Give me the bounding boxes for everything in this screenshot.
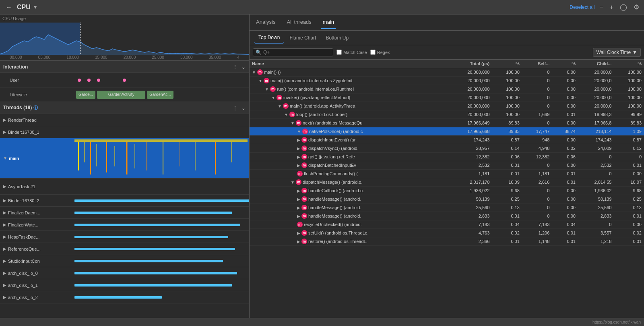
table-cell-self: 0: [522, 187, 552, 195]
back-button[interactable]: ←: [3, 2, 14, 12]
thread-label-asynctask: ▶ AsyncTask #1: [0, 184, 74, 189]
wall-clock-dropdown[interactable]: Wall Clock Time ▼: [593, 48, 641, 57]
user-dot-1: [78, 79, 81, 82]
thread-expand-icon[interactable]: ▶: [3, 184, 6, 189]
threads-more-icon[interactable]: ⋮: [232, 105, 238, 111]
row-expand-icon[interactable]: ▼: [265, 87, 269, 91]
thread-chart-main: [74, 138, 249, 178]
row-expand-icon[interactable]: ▼: [297, 129, 301, 134]
table-row[interactable]: ▼mnativePollOnce() (android.c17,965,6688…: [250, 127, 644, 136]
time-label-0: 00.000: [10, 55, 22, 60]
tab-top-down[interactable]: Top Down: [254, 32, 284, 44]
tab-main[interactable]: main: [321, 16, 336, 29]
table-row[interactable]: ▼mdispatchMessage() (android.o.2,017,170…: [250, 178, 644, 187]
threads-collapse-icon[interactable]: ⌄: [241, 105, 246, 111]
table-row[interactable]: ▶mhandleCallback() (android.o.1,936,0229…: [250, 187, 644, 195]
table-row[interactable]: ▶mhandleMessage() (android.50,1390.2500.…: [250, 195, 644, 203]
table-container: Name Total (μs) % Self... % Child... % ▼…: [250, 60, 644, 318]
row-expand-icon[interactable]: ▼: [252, 70, 256, 75]
row-expand-icon[interactable]: ▶: [297, 146, 300, 151]
table-row[interactable]: ▶mhandleMessage() (android.2,8330.0100.0…: [250, 212, 644, 220]
row-expand-icon[interactable]: ▶: [297, 189, 300, 193]
time-axis: 00.000 05.000 10.000 15.000 20.000 25.00…: [0, 55, 249, 60]
search-input[interactable]: [263, 50, 324, 55]
table-row[interactable]: ▶mdispatchVsync() (android.28,9570.144,9…: [250, 144, 644, 153]
settings-icon[interactable]: ⚙: [632, 2, 641, 12]
table-row[interactable]: ▶msetUid() (android.os.ThreadLo.4,7630.0…: [250, 229, 644, 237]
table-cell-name: ▶mhandleCallback() (android.o.: [250, 187, 448, 195]
thread-expand-icon[interactable]: ▶: [3, 198, 6, 203]
table-row[interactable]: ▼minvoke() (java.lang.reflect.Method)20,…: [250, 93, 644, 102]
thread-expand-icon[interactable]: ▶: [3, 259, 6, 263]
table-row[interactable]: ▼mnext() (android.os.MessageQu17,966,849…: [250, 119, 644, 127]
thread-expand-icon[interactable]: ▼: [3, 156, 7, 160]
table-cell-total: 2,017,170: [448, 178, 492, 187]
thread-name-archdisk2: arch_disk_io_2: [8, 295, 38, 300]
interaction-collapse-icon[interactable]: ⌄: [241, 64, 246, 70]
tab-all-threads[interactable]: All threads: [285, 16, 313, 29]
thread-expand-icon[interactable]: ▶: [3, 118, 6, 122]
thread-expand-icon[interactable]: ▶: [3, 247, 6, 251]
thread-expand-icon[interactable]: ▶: [3, 210, 6, 215]
table-cell-total_pct: 100.00: [492, 102, 522, 110]
interaction-more-icon[interactable]: ⋮: [232, 64, 238, 70]
row-expand-icon[interactable]: ▶: [297, 206, 300, 210]
table-row[interactable]: mflushPendingCommands() (1,1810.011,1810…: [250, 170, 644, 178]
table-cell-child: 24,009: [578, 144, 614, 153]
table-row[interactable]: ▼mmain() ()20,000,000100.0000.0020,000,0…: [250, 68, 644, 77]
table-cell-total: 2,366: [448, 237, 492, 246]
time-label-5: 25.000: [152, 55, 164, 60]
table-cell-child_pct: 10.07: [614, 178, 644, 187]
row-expand-icon[interactable]: ▶: [297, 239, 300, 244]
table-row[interactable]: ▶mhandleMessage() (android.25,5600.1300.…: [250, 203, 644, 212]
regex-input[interactable]: [370, 50, 376, 55]
row-expand-icon[interactable]: ▶: [297, 138, 300, 142]
table-row[interactable]: ▼mloop() (android.os.Looper)20,000,00010…: [250, 110, 644, 119]
zoom-in-icon[interactable]: +: [608, 3, 615, 12]
zoom-out-icon[interactable]: −: [598, 3, 605, 12]
interaction-header: Interaction ⋮ ⌄: [0, 61, 249, 73]
thread-expand-icon[interactable]: ▶: [3, 271, 6, 275]
thread-expand-icon[interactable]: ▶: [3, 235, 6, 239]
table-row[interactable]: ▶mrestore() (android.os.ThreadL.2,3660.0…: [250, 237, 644, 246]
row-expand-icon[interactable]: ▶: [297, 163, 300, 168]
row-expand-icon[interactable]: ▼: [278, 104, 282, 108]
thread-row: ▶ Binder:16780_1: [0, 126, 249, 138]
match-case-input[interactable]: [336, 50, 342, 55]
row-expand-icon[interactable]: ▼: [291, 121, 295, 125]
row-expand-icon[interactable]: ▼: [258, 79, 262, 83]
tabs-row1: Analysis All threads main: [250, 15, 644, 31]
regex-checkbox[interactable]: Regex: [370, 50, 390, 55]
match-case-checkbox[interactable]: Match Case: [336, 50, 367, 55]
row-name: loop() (android.os.Looper): [296, 112, 347, 117]
table-row[interactable]: ▶mdispatchBatchedInputEv2,5320.0100.002,…: [250, 161, 644, 170]
table-cell-name: ▼mloop() (android.os.Looper): [250, 110, 448, 119]
row-name: handleMessage() (android.: [308, 205, 361, 210]
reset-zoom-icon[interactable]: ◯: [618, 2, 629, 12]
m-badge: m: [297, 222, 303, 227]
tab-flame-chart[interactable]: Flame Chart: [285, 33, 320, 43]
thread-expand-icon[interactable]: ▶: [3, 222, 6, 227]
table-row[interactable]: ▶mdispatchInputEvent() (ar174,2430.87948…: [250, 136, 644, 144]
row-expand-icon[interactable]: ▶: [297, 197, 300, 201]
row-expand-icon[interactable]: ▼: [291, 180, 295, 185]
row-expand-icon[interactable]: ▶: [297, 231, 300, 235]
deselect-all-button[interactable]: Deselect all: [570, 4, 594, 10]
table-row[interactable]: ▶mget() (java.lang.ref.Refe12,3820.0612,…: [250, 153, 644, 161]
tab-bottom-up[interactable]: Bottom Up: [322, 33, 353, 43]
cpu-dropdown-icon[interactable]: ▼: [33, 4, 38, 10]
thread-expand-icon[interactable]: ▶: [3, 130, 6, 134]
table-row[interactable]: ▼mmain() (android.app.ActivityThrea20,00…: [250, 102, 644, 110]
table-row[interactable]: ▼mrun() (com.android.internal.os.Runtime…: [250, 85, 644, 93]
table-cell-total: 28,957: [448, 144, 492, 153]
thread-expand-icon[interactable]: ▶: [3, 295, 6, 299]
row-expand-icon[interactable]: ▶: [297, 155, 300, 159]
tab-analysis[interactable]: Analysis: [254, 16, 277, 29]
thread-expand-icon[interactable]: ▶: [3, 283, 6, 287]
row-expand-icon[interactable]: ▼: [284, 112, 288, 117]
row-expand-icon[interactable]: ▼: [271, 96, 275, 100]
table-row[interactable]: mrecycleUnchecked() (android.7,1830.047,…: [250, 220, 644, 229]
table-cell-child_pct: 0.13: [614, 203, 644, 212]
row-expand-icon[interactable]: ▶: [297, 214, 300, 218]
table-row[interactable]: ▼mmain() (com.android.internal.os.Zygote…: [250, 77, 644, 85]
